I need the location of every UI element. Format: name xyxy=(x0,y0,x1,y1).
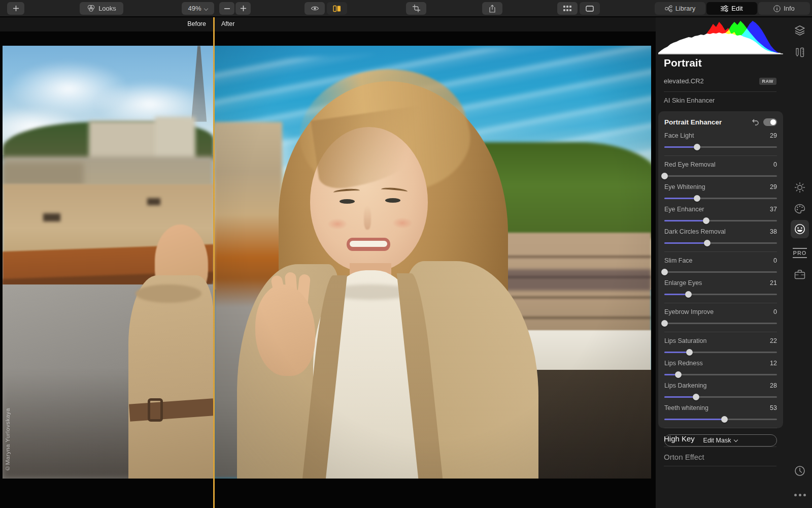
slider-thumb[interactable] xyxy=(685,291,692,298)
layers-icon xyxy=(794,25,805,36)
creative-tools-button[interactable] xyxy=(791,200,809,218)
slider-value: 12 xyxy=(770,360,777,367)
watermark: ©Maryna Yurlovskaya xyxy=(5,408,11,471)
slider-track[interactable] xyxy=(664,349,777,356)
enhancer-toggle[interactable] xyxy=(763,118,777,126)
slider-fill xyxy=(664,294,688,295)
divider xyxy=(664,447,776,447)
slider-head: Dark Circles Removal 38 xyxy=(664,228,777,236)
slider-thumb[interactable] xyxy=(686,349,693,356)
tab-info[interactable]: Info xyxy=(758,2,810,15)
slider-track[interactable] xyxy=(664,195,777,202)
slider-thumb[interactable] xyxy=(661,269,668,275)
portrait-enhancer-title: Portrait Enhancer xyxy=(664,118,751,126)
undo-icon xyxy=(752,119,759,125)
minus-icon xyxy=(224,8,230,9)
info-icon xyxy=(773,5,781,12)
slider-thumb[interactable] xyxy=(661,173,668,179)
slider-thumb[interactable] xyxy=(693,394,699,400)
orton-effect-section[interactable]: Orton Effect xyxy=(664,453,776,461)
slider-thumb[interactable] xyxy=(694,144,700,150)
slider-thumb[interactable] xyxy=(721,416,728,423)
essentials-tools-button[interactable] xyxy=(791,178,809,197)
pro-badge: PRO xyxy=(793,248,807,258)
single-view-button[interactable] xyxy=(580,2,600,15)
slider-label: Teeth whitening xyxy=(664,404,708,411)
slider-row: Lips Saturation 22 xyxy=(664,337,777,356)
slider-value: 22 xyxy=(770,337,777,344)
slider-group-divider xyxy=(664,251,777,252)
history-button[interactable] xyxy=(791,462,809,480)
slider-thumb[interactable] xyxy=(704,240,710,246)
slider-track[interactable] xyxy=(664,394,777,400)
slider-thumb[interactable] xyxy=(703,217,709,224)
slider-label: Face Light xyxy=(664,132,694,139)
high-key-section[interactable]: High Key xyxy=(664,434,776,443)
tab-library[interactable]: Library xyxy=(655,2,705,15)
slider-track[interactable] xyxy=(664,291,777,298)
sleeve-buckle xyxy=(148,398,163,422)
grid-view-icon xyxy=(563,6,571,11)
slider-track[interactable] xyxy=(664,416,777,423)
slider-thumb[interactable] xyxy=(675,371,682,378)
slider-fill xyxy=(664,242,707,244)
slider-row: Eyebrow Improve 0 xyxy=(664,308,777,327)
slider-track[interactable] xyxy=(664,173,777,179)
slider-track[interactable] xyxy=(664,269,777,275)
slider-track[interactable] xyxy=(664,240,777,246)
filename: elevated.CR2 xyxy=(664,77,704,85)
sliders-container: Face Light 29 Red Eye Removal 0 Eye Whit… xyxy=(664,132,777,428)
quick-preview-button[interactable] xyxy=(304,2,325,15)
looks-button[interactable]: Looks xyxy=(80,2,123,15)
share-icon xyxy=(489,5,496,13)
toggle-knob xyxy=(770,119,776,125)
filename-row: elevated.CR2 RAW xyxy=(664,77,776,85)
slider-thumb[interactable] xyxy=(661,320,668,327)
pen-ruler-icon xyxy=(795,47,805,57)
ai-skin-enhancer-section[interactable]: AI Skin Enhancer xyxy=(664,97,715,104)
slider-label: Dark Circles Removal xyxy=(664,228,726,235)
slider-fill xyxy=(664,396,696,398)
slider-label: Enlarge Eyes xyxy=(664,279,702,287)
compare-view-button[interactable] xyxy=(327,2,347,15)
crop-button[interactable] xyxy=(406,2,426,15)
slider-track[interactable] xyxy=(664,144,777,150)
slider-rail xyxy=(664,271,777,273)
edit-tools-button[interactable] xyxy=(791,43,809,61)
divider xyxy=(664,91,776,92)
gallery-view-button[interactable] xyxy=(557,2,578,15)
slider-row: Slim Face 0 xyxy=(664,257,777,275)
histogram[interactable] xyxy=(658,18,783,54)
share-button[interactable] xyxy=(482,2,502,15)
slider-value: 0 xyxy=(773,161,777,168)
slider-head: Lips Saturation 22 xyxy=(664,337,777,345)
slider-thumb[interactable] xyxy=(694,195,700,202)
slider-head: Red Eye Removal 0 xyxy=(664,161,777,169)
before-after-divider-handle[interactable] xyxy=(213,17,215,508)
slider-track[interactable] xyxy=(664,371,777,378)
slider-head: Lips Redness 12 xyxy=(664,360,777,367)
slider-track[interactable] xyxy=(664,217,777,224)
slider-value: 53 xyxy=(770,404,777,411)
compare-split-icon xyxy=(333,5,341,12)
tab-edit[interactable]: Edit xyxy=(706,2,757,15)
slider-label: Eye Enhancer xyxy=(664,206,704,213)
slider-track[interactable] xyxy=(664,320,777,327)
sleeve-fold xyxy=(136,284,201,303)
layers-button[interactable] xyxy=(791,21,809,40)
portrait-tools-button[interactable] xyxy=(791,220,809,238)
top-toolbar: Looks 49% xyxy=(0,0,812,17)
zoom-out-button[interactable] xyxy=(219,2,234,15)
looks-label: Looks xyxy=(98,5,116,12)
slider-fill xyxy=(664,352,689,353)
slider-rail xyxy=(664,175,777,177)
zoom-in-button[interactable] xyxy=(235,2,251,15)
professional-tools-button[interactable]: PRO xyxy=(791,244,809,262)
slider-rail xyxy=(664,323,777,324)
zoom-level-dropdown[interactable]: 49% xyxy=(182,2,214,15)
slider-fill xyxy=(664,198,697,199)
toolbox-button[interactable] xyxy=(791,265,809,283)
add-image-button[interactable] xyxy=(7,2,24,15)
more-options-button[interactable] xyxy=(791,486,809,504)
reset-button[interactable] xyxy=(751,118,759,126)
